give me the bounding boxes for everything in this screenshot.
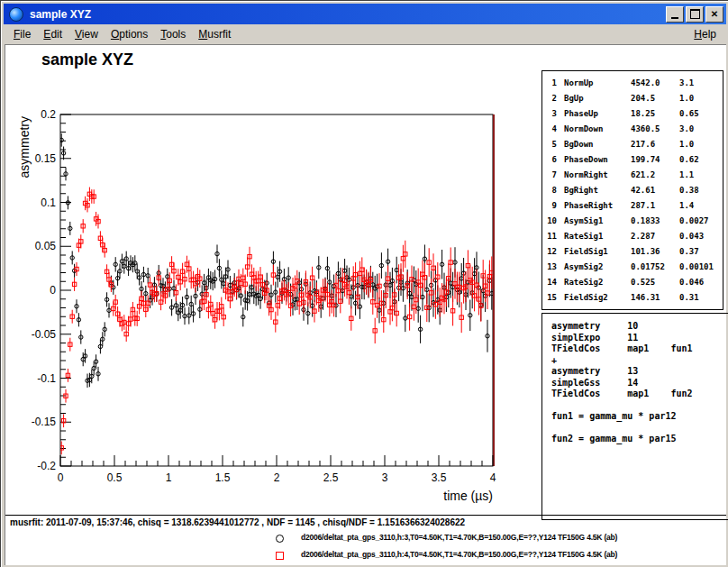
param-row: 13AsymSig20.017520.00101 bbox=[542, 259, 723, 274]
x-axis-title: time (µs) bbox=[443, 489, 493, 503]
param-row: 11RateSig12.2870.043 bbox=[542, 228, 723, 243]
root-canvas: sample XYZ 00.511.522.533.54-0.2-0.15-0.… bbox=[5, 44, 726, 565]
param-name: FieldSig2 bbox=[564, 293, 631, 302]
param-value: 217.6 bbox=[631, 140, 679, 149]
param-number: 9 bbox=[542, 201, 557, 210]
menu-edit[interactable]: Edit bbox=[37, 25, 68, 43]
x-tick-label: 1 bbox=[166, 471, 172, 484]
window-title: sample XYZ bbox=[30, 8, 666, 21]
theory-line bbox=[551, 400, 728, 412]
menu-items: FileEditViewOptionsToolsMusrfit bbox=[7, 28, 237, 41]
param-error: 0.62 bbox=[679, 155, 723, 164]
y-tick-label: -0.05 bbox=[32, 328, 57, 341]
param-value: 42.61 bbox=[631, 186, 679, 195]
param-value: 0.525 bbox=[631, 278, 679, 287]
menu-help[interactable]: Help bbox=[687, 25, 723, 43]
x-tick-label: 4 bbox=[490, 471, 496, 484]
param-row: 6PhaseDown199.740.62 bbox=[542, 151, 723, 167]
param-name: BgUp bbox=[564, 94, 631, 103]
y-tick-label: 0 bbox=[50, 284, 56, 297]
param-error: 1.4 bbox=[679, 201, 723, 210]
param-error: 0.38 bbox=[679, 186, 723, 195]
menu-tools[interactable]: Tools bbox=[154, 25, 192, 43]
y-tick-label: 0.15 bbox=[35, 152, 57, 165]
maximize-button[interactable] bbox=[686, 6, 704, 23]
x-tick-label: 3 bbox=[382, 471, 388, 484]
param-value: 18.25 bbox=[631, 109, 679, 118]
param-error: 1.0 bbox=[679, 94, 723, 103]
y-tick-label: -0.2 bbox=[37, 460, 56, 472]
param-error: 0.31 bbox=[679, 293, 723, 302]
param-value: 204.5 bbox=[631, 94, 679, 103]
param-row: 9PhaseRight287.11.4 bbox=[542, 197, 723, 213]
footer-separator bbox=[5, 515, 726, 516]
param-name: FieldSig1 bbox=[564, 247, 631, 256]
param-name: BgRight bbox=[564, 186, 631, 195]
param-error: 0.37 bbox=[679, 247, 723, 256]
y-tick-label: -0.1 bbox=[37, 372, 56, 385]
theory-line bbox=[551, 423, 728, 434]
param-value: 0.01752 bbox=[631, 262, 679, 271]
param-number: 1 bbox=[542, 78, 557, 87]
param-value: 621.2 bbox=[631, 170, 679, 179]
param-value: 101.36 bbox=[631, 247, 679, 256]
menu-view[interactable]: View bbox=[68, 25, 105, 43]
x-tick-label: 1.5 bbox=[215, 471, 231, 484]
theory-line: fun1 = gamma_mu * par12 bbox=[551, 411, 728, 423]
titlebar[interactable]: sample XYZ ✕ bbox=[4, 4, 726, 24]
menu-options[interactable]: Options bbox=[105, 25, 154, 43]
param-row: 4NormDown4360.53.0 bbox=[542, 121, 723, 136]
param-value: 2.287 bbox=[631, 232, 679, 241]
theory-line: asymmetry 10 bbox=[551, 321, 728, 333]
param-row: 8BgRight42.610.38 bbox=[542, 182, 723, 197]
y-tick-label: -0.15 bbox=[32, 416, 57, 428]
fit-stats: musrfit: 2011-07-09, 15:37:46, chisq = 1… bbox=[10, 517, 465, 527]
param-name: BgDown bbox=[564, 140, 631, 149]
asymmetry-plot[interactable]: 00.511.522.533.54-0.2-0.15-0.1-0.0500.05… bbox=[5, 45, 528, 514]
param-row: 5BgDown217.61.0 bbox=[542, 136, 723, 151]
x-tick-label: 2 bbox=[274, 471, 280, 484]
legend-item: d2006/deltat_pta_gps_3110,h:3,T0=4.50K,T… bbox=[5, 530, 726, 547]
legend: d2006/deltat_pta_gps_3110,h:3,T0=4.50K,T… bbox=[5, 530, 726, 564]
legend-item: d2006/deltat_pta_gps_3110,h:4,T0=4.50K,T… bbox=[5, 547, 726, 564]
window-controls: ✕ bbox=[666, 6, 723, 23]
y-tick-label: 0.2 bbox=[41, 108, 56, 121]
close-button[interactable]: ✕ bbox=[705, 6, 723, 23]
y-axis bbox=[60, 114, 71, 466]
param-row: 10AsymSig10.18330.0027 bbox=[542, 213, 723, 228]
param-row: 1NormUp4542.03.1 bbox=[542, 75, 723, 90]
param-row: 14RateSig20.5250.046 bbox=[542, 274, 723, 289]
param-row: 15FieldSig2146.310.31 bbox=[542, 289, 723, 305]
param-name: PhaseDown bbox=[564, 155, 631, 164]
param-number: 13 bbox=[542, 262, 557, 271]
param-number: 3 bbox=[542, 109, 557, 118]
param-value: 4542.0 bbox=[631, 78, 679, 87]
x-tick-label: 0 bbox=[58, 471, 64, 484]
theory-box: asymmetry 10simplExpo 11TFieldCos map1 f… bbox=[541, 313, 728, 520]
legend-label: d2006/deltat_pta_gps_3110,h:3,T0=4.50K,T… bbox=[301, 533, 617, 542]
menu-musrfit[interactable]: Musrfit bbox=[192, 25, 237, 43]
menu-file[interactable]: File bbox=[7, 25, 37, 43]
theory-line: simpleGss 14 bbox=[551, 378, 728, 389]
param-value: 287.1 bbox=[631, 201, 679, 210]
menu-items-right: Help bbox=[687, 28, 723, 41]
legend-marker-circle bbox=[276, 535, 284, 543]
theory-line: fun2 = gamma_mu * par15 bbox=[551, 434, 728, 445]
minimize-button[interactable] bbox=[666, 6, 684, 23]
param-name: PhaseRight bbox=[564, 201, 631, 210]
param-error: 0.0027 bbox=[679, 216, 723, 225]
param-name: NormRight bbox=[564, 170, 631, 179]
x-tick-label: 0.5 bbox=[107, 471, 123, 484]
param-name: AsymSig2 bbox=[564, 262, 631, 271]
param-number: 2 bbox=[542, 94, 557, 103]
y-tick-label: 0.1 bbox=[41, 197, 56, 209]
param-name: RateSig2 bbox=[564, 278, 631, 287]
param-number: 6 bbox=[542, 155, 557, 164]
param-number: 5 bbox=[542, 140, 557, 149]
parameter-box: 1NormUp4542.03.12BgUp204.51.03PhaseUp18.… bbox=[541, 70, 723, 310]
menubar: FileEditViewOptionsToolsMusrfit Help bbox=[4, 24, 726, 44]
plot-svg: 00.511.522.533.54-0.2-0.15-0.1-0.0500.05… bbox=[5, 45, 528, 514]
y-axis-title: asymmetry bbox=[17, 116, 32, 178]
x-tick-label: 3.5 bbox=[432, 471, 447, 484]
theory-line: asymmetry 13 bbox=[551, 366, 728, 378]
